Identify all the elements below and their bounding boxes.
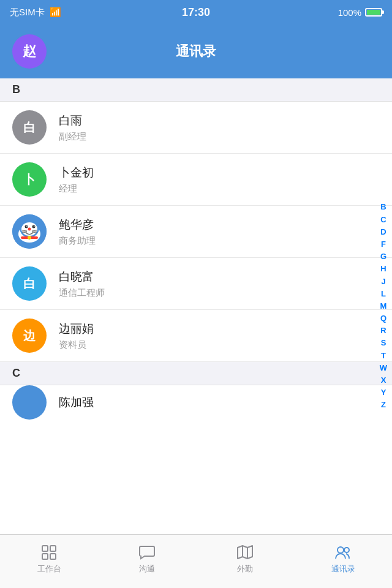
contact-role: 经理	[59, 183, 380, 195]
alpha-h[interactable]: H	[375, 263, 392, 274]
contact-name: 边丽娟	[59, 321, 380, 337]
alpha-y[interactable]: Y	[375, 387, 392, 398]
contact-role: 副经理	[59, 131, 380, 143]
tab-bar: 工作台 沟通 外勤 通讯录	[0, 534, 392, 588]
alpha-index: B C D F G H J L M Q R S T W X Y Z	[375, 78, 392, 534]
contacts-icon	[334, 544, 352, 561]
alpha-q[interactable]: Q	[375, 313, 392, 324]
sim-label: 无SIM卡	[10, 7, 45, 18]
svg-point-7	[32, 225, 36, 228]
grid-icon	[40, 544, 58, 561]
contact-name: 卜金初	[59, 165, 380, 181]
contact-name: 白晓富	[59, 269, 380, 285]
alpha-b[interactable]: B	[375, 202, 392, 213]
tab-contacts[interactable]: 通讯录	[294, 544, 392, 579]
contact-info: 白雨 副经理	[59, 113, 380, 143]
contact-item[interactable]: 鲍华彦 商务助理	[0, 206, 392, 258]
contact-item[interactable]: 白 白晓富 通信工程师	[0, 258, 392, 310]
section-header-b: B	[0, 78, 392, 102]
alpha-r[interactable]: R	[375, 325, 392, 336]
svg-point-26	[337, 547, 344, 553]
svg-rect-23	[50, 554, 56, 559]
contact-name: 白雨	[59, 113, 380, 129]
tab-field[interactable]: 外勤	[196, 544, 294, 579]
wifi-icon: 📶	[50, 7, 61, 18]
avatar[interactable]: 赵	[12, 34, 47, 69]
contact-name: 鲍华彦	[59, 217, 380, 233]
alpha-x[interactable]: X	[375, 375, 392, 386]
contact-item-partial[interactable]: 陈加强	[0, 385, 392, 420]
alpha-z[interactable]: Z	[375, 399, 392, 410]
contact-avatar: 卜	[12, 162, 47, 197]
tab-contacts-label: 通讯录	[331, 564, 355, 575]
map-icon	[236, 544, 254, 561]
contact-name-partial: 陈加强	[59, 394, 94, 410]
alpha-j[interactable]: J	[375, 276, 392, 287]
svg-point-10	[28, 228, 31, 231]
battery-label: 100%	[338, 7, 361, 18]
contact-avatar: 边	[12, 318, 47, 353]
contact-item[interactable]: 卜 卜金初 经理	[0, 154, 392, 206]
alpha-s[interactable]: S	[375, 337, 392, 349]
nav-title: 通讯录	[176, 42, 216, 61]
contact-avatar-partial	[12, 385, 47, 420]
alpha-w[interactable]: W	[375, 363, 392, 374]
nav-bar: 赵 通讯录	[0, 24, 392, 78]
tab-chat[interactable]: 沟通	[98, 544, 196, 579]
alpha-l[interactable]: L	[375, 288, 392, 300]
alpha-d[interactable]: D	[375, 227, 392, 238]
contact-info: 边丽娟 资料员	[59, 321, 380, 351]
contact-item[interactable]: 白 白雨 副经理	[0, 102, 392, 154]
contact-role: 通信工程师	[59, 287, 380, 299]
contact-info: 白晓富 通信工程师	[59, 269, 380, 299]
alpha-c[interactable]: C	[375, 214, 392, 225]
status-left: 无SIM卡 📶	[10, 7, 61, 18]
contact-info: 卜金初 经理	[59, 165, 380, 195]
chat-icon	[138, 544, 156, 561]
contact-avatar: 白	[12, 266, 47, 301]
svg-rect-20	[42, 546, 48, 551]
contact-info: 鲍华彦 商务助理	[59, 217, 380, 247]
status-bar: 无SIM卡 📶 17:30 100%	[0, 0, 392, 24]
alpha-g[interactable]: G	[375, 251, 392, 262]
contact-role: 商务助理	[59, 235, 380, 247]
contact-avatar-doraemon	[12, 214, 47, 249]
tab-chat-label: 沟通	[139, 564, 155, 575]
contact-avatar: 白	[12, 110, 47, 145]
contact-scroll-area: B 白 白雨 副经理 卜 卜金初 经理	[0, 78, 392, 534]
alpha-t[interactable]: T	[375, 350, 392, 361]
alpha-m[interactable]: M	[375, 301, 392, 312]
contact-item[interactable]: 边 边丽娟 资料员	[0, 310, 392, 362]
contact-role: 资料员	[59, 339, 380, 351]
section-header-c: C	[0, 362, 392, 385]
tab-workbench-label: 工作台	[37, 564, 61, 575]
tab-field-label: 外勤	[237, 564, 253, 575]
status-time: 17:30	[182, 6, 210, 19]
svg-rect-21	[42, 554, 48, 559]
svg-rect-22	[50, 546, 56, 551]
contact-list-b: 白 白雨 副经理 卜 卜金初 经理	[0, 102, 392, 362]
alpha-f[interactable]: F	[375, 239, 392, 250]
svg-point-27	[344, 548, 349, 552]
svg-point-6	[25, 225, 28, 228]
battery-icon	[365, 8, 382, 17]
svg-point-9	[34, 225, 35, 227]
tab-workbench[interactable]: 工作台	[0, 544, 98, 579]
svg-point-8	[26, 225, 28, 227]
status-right: 100%	[338, 7, 382, 18]
